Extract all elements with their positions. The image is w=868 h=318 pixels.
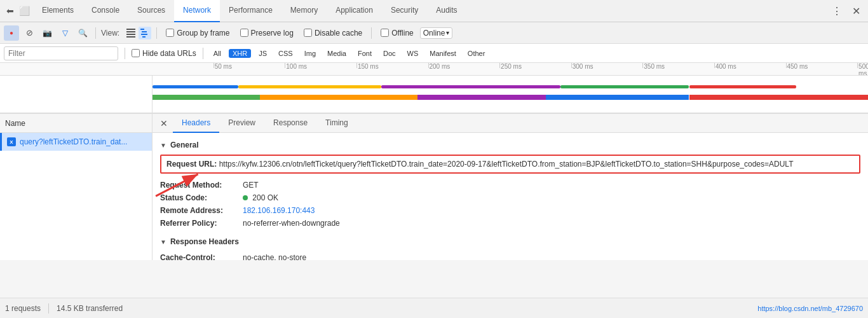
filter-img-btn[interactable]: Img bbox=[301, 49, 320, 58]
tab-timing[interactable]: Timing bbox=[316, 114, 357, 133]
referrer-policy-value: no-referrer-when-downgrade bbox=[243, 219, 340, 228]
request-method-value: GET bbox=[243, 181, 259, 190]
svg-rect-0 bbox=[126, 29, 135, 30]
back-icon[interactable]: ⬅ bbox=[6, 6, 17, 16]
separator-2 bbox=[156, 27, 157, 39]
preserve-log-checkbox[interactable]: Preserve log bbox=[240, 29, 294, 38]
tab-audits[interactable]: Audits bbox=[427, 0, 466, 22]
tick-250ms: 250 ms bbox=[499, 63, 522, 70]
tab-headers[interactable]: Headers bbox=[173, 114, 219, 133]
tick-200ms: 200 ms bbox=[428, 63, 451, 70]
more-options-icon[interactable]: ⋮ bbox=[827, 5, 847, 17]
request-url-label: Request URL: bbox=[166, 160, 217, 169]
filter-xhr-btn[interactable]: XHR bbox=[229, 49, 251, 58]
filter-all-btn[interactable]: All bbox=[210, 49, 225, 58]
waterfall-view-icon[interactable] bbox=[139, 27, 151, 39]
svg-rect-7 bbox=[142, 36, 146, 38]
filter-js-btn[interactable]: JS bbox=[255, 49, 271, 58]
offline-checkbox[interactable]: Offline bbox=[381, 29, 413, 38]
tab-response[interactable]: Response bbox=[264, 114, 316, 133]
filter-other-btn[interactable]: Other bbox=[464, 49, 489, 58]
tab-security[interactable]: Security bbox=[382, 0, 427, 22]
status-dot-icon bbox=[243, 195, 248, 200]
tab-console[interactable]: Console bbox=[83, 0, 128, 22]
detail-content: General Request URL: https://kyfw.12306.… bbox=[153, 133, 868, 260]
network-toolbar: ● ⊘ 📷 ▽ 🔍 View: Group by frame Preserve … bbox=[0, 22, 868, 44]
filter-row: Hide data URLs All XHR JS CSS Img Media … bbox=[0, 44, 868, 63]
tab-memory[interactable]: Memory bbox=[281, 0, 327, 22]
referrer-policy-label: Referrer Policy: bbox=[160, 219, 243, 228]
separator-3 bbox=[371, 27, 372, 39]
tab-network[interactable]: Network bbox=[174, 0, 220, 22]
filter-button[interactable]: ▽ bbox=[57, 25, 72, 41]
waterfall-area bbox=[0, 76, 868, 114]
filter-manifest-btn[interactable]: Manifest bbox=[426, 49, 460, 58]
name-panel: Name X query?leftTicketDTO.train_dat... bbox=[0, 114, 153, 260]
response-headers-section-header: Response Headers bbox=[160, 235, 860, 249]
tick-450ms: 450 ms bbox=[786, 63, 808, 70]
clear-button[interactable]: ⊘ bbox=[22, 25, 37, 41]
filter-input[interactable] bbox=[4, 46, 118, 60]
list-item[interactable]: X query?leftTicketDTO.train_dat... bbox=[0, 133, 152, 151]
screenshot-button[interactable]: 📷 bbox=[39, 25, 55, 41]
tick-300ms: 300 ms bbox=[571, 63, 593, 70]
request-url-box: Request URL: https://kyfw.12306.cn/otn/l… bbox=[160, 155, 860, 174]
timeline-ruler-header: 50 ms 100 ms 150 ms 200 ms 250 ms 300 ms… bbox=[0, 63, 868, 76]
cache-control-row: Cache-Control: no-cache, no-store bbox=[160, 251, 860, 260]
throttle-dropdown[interactable]: Online ▾ bbox=[420, 27, 453, 39]
filter-media-btn[interactable]: Media bbox=[323, 49, 350, 58]
hide-data-urls-checkbox[interactable]: Hide data URLs bbox=[132, 49, 196, 58]
devtools-tab-bar: ⬅ ⬜ Elements Console Sources Network Per… bbox=[0, 0, 868, 22]
tab-sources[interactable]: Sources bbox=[128, 0, 174, 22]
detail-tabs: ✕ Headers Preview Response Timing bbox=[153, 114, 868, 133]
remote-address-row: Remote Address: 182.106.169.170:443 bbox=[160, 204, 860, 217]
cache-control-label: Cache-Control: bbox=[160, 253, 243, 260]
tab-preview[interactable]: Preview bbox=[219, 114, 264, 133]
svg-rect-6 bbox=[141, 34, 147, 35]
request-method-label: Request Method: bbox=[160, 181, 243, 190]
view-label: View: bbox=[101, 29, 119, 38]
disable-cache-checkbox[interactable]: Disable cache bbox=[304, 29, 362, 38]
close-devtools-icon[interactable]: ✕ bbox=[847, 5, 865, 17]
request-name-text: query?leftTicketDTO.train_dat... bbox=[20, 137, 147, 146]
waterfall-chart bbox=[153, 76, 868, 113]
timeline-ruler: 50 ms 100 ms 150 ms 200 ms 250 ms 300 ms… bbox=[153, 63, 868, 76]
tick-50ms: 50 ms bbox=[214, 63, 232, 70]
tick-400ms: 400 ms bbox=[714, 63, 736, 70]
request-method-row: Request Method: GET bbox=[160, 179, 860, 191]
remote-address-label: Remote Address: bbox=[160, 206, 243, 215]
tick-500ms: 500 ms bbox=[857, 63, 868, 76]
separator-1 bbox=[95, 27, 96, 39]
main-content: Name X query?leftTicketDTO.train_dat... … bbox=[0, 114, 868, 260]
referrer-policy-row: Referrer Policy: no-referrer-when-downgr… bbox=[160, 217, 860, 230]
filter-doc-btn[interactable]: Doc bbox=[379, 49, 400, 58]
filter-css-btn[interactable]: CSS bbox=[275, 49, 297, 58]
filter-sep-2 bbox=[203, 48, 203, 59]
search-button[interactable]: 🔍 bbox=[75, 25, 90, 41]
view-icons bbox=[125, 27, 151, 39]
detail-close-icon[interactable]: ✕ bbox=[155, 118, 173, 128]
waterfall-name-col bbox=[0, 76, 153, 113]
tab-application[interactable]: Application bbox=[327, 0, 382, 22]
general-section-header: General bbox=[160, 138, 860, 152]
remote-address-value[interactable]: 182.106.169.170:443 bbox=[243, 206, 315, 215]
status-code-row: Status Code: 200 OK bbox=[160, 191, 860, 204]
svg-rect-3 bbox=[126, 36, 135, 38]
group-by-frame-checkbox[interactable]: Group by frame bbox=[166, 29, 229, 38]
tab-icons-left: ⬅ ⬜ bbox=[3, 6, 33, 16]
svg-rect-4 bbox=[140, 29, 144, 30]
record-button[interactable]: ● bbox=[4, 25, 19, 41]
tick-350ms: 350 ms bbox=[642, 63, 665, 70]
filter-sep-1 bbox=[125, 48, 125, 59]
status-code-label: Status Code: bbox=[160, 193, 243, 202]
filter-ws-btn[interactable]: WS bbox=[403, 49, 423, 58]
name-panel-header: Name bbox=[0, 114, 152, 133]
tab-elements[interactable]: Elements bbox=[33, 0, 83, 22]
svg-rect-1 bbox=[126, 31, 135, 32]
svg-rect-5 bbox=[142, 31, 147, 32]
filter-font-btn[interactable]: Font bbox=[354, 49, 376, 58]
dock-icon[interactable]: ⬜ bbox=[19, 6, 29, 16]
tab-performance[interactable]: Performance bbox=[220, 0, 281, 22]
detail-panel: ✕ Headers Preview Response Timing Genera… bbox=[153, 114, 868, 260]
list-view-icon[interactable] bbox=[125, 27, 137, 39]
